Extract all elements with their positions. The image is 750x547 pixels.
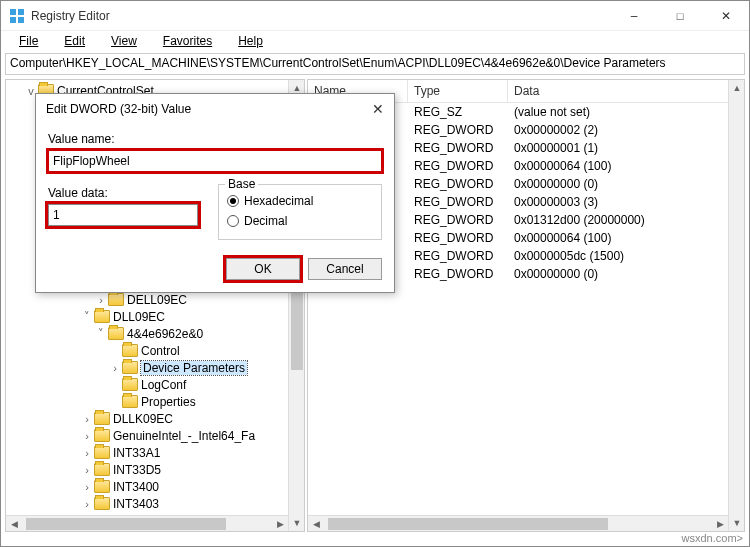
tree-twisty-icon[interactable]: › [108,362,122,374]
folder-icon [94,480,110,493]
value-data-input[interactable] [48,204,198,226]
tree-label: DLL09EC [113,310,165,324]
cell-data: 0x00000003 (3) [508,195,744,209]
cell-type: REG_DWORD [408,267,508,281]
address-bar[interactable]: Computer\HKEY_LOCAL_MACHINE\SYSTEM\Curre… [5,53,745,75]
folder-icon [94,429,110,442]
tree-twisty-icon[interactable]: › [80,413,94,425]
tree-item[interactable]: ˅DLL09EC [10,308,304,325]
tree-item[interactable]: ›DELL09EC [10,291,304,308]
menu-file[interactable]: File [7,32,50,50]
folder-icon [108,293,124,306]
menu-edit[interactable]: Edit [52,32,97,50]
svg-rect-0 [10,9,16,15]
folder-icon [122,344,138,357]
scroll-down-icon[interactable]: ▼ [289,515,305,531]
base-group: Base Hexadecimal Decimal [218,184,382,240]
folder-icon [122,361,138,374]
tree-item[interactable]: ›INT33A1 [10,444,304,461]
tree-item[interactable]: ›INT3403 [10,495,304,512]
tree-twisty-icon[interactable]: › [80,498,94,510]
tree-label: 4&4e6962e&0 [127,327,203,341]
cell-type: REG_DWORD [408,141,508,155]
tree-hscroll[interactable]: ◀ ▶ [6,515,288,531]
scroll-right-icon[interactable]: ▶ [712,516,728,532]
tree-twisty-icon[interactable]: ˅ [94,327,108,340]
cell-type: REG_DWORD [408,249,508,263]
menu-help[interactable]: Help [226,32,275,50]
cell-data: (value not set) [508,105,744,119]
col-type[interactable]: Type [408,80,508,102]
tree-label: INT33D5 [113,463,161,477]
svg-rect-2 [10,17,16,23]
folder-icon [94,497,110,510]
tree-label: Device Parameters [141,361,247,375]
tree-item[interactable]: ˅4&4e6962e&0 [10,325,304,342]
cancel-button[interactable]: Cancel [308,258,382,280]
ok-button[interactable]: OK [226,258,300,280]
tree-item[interactable]: ›Device Parameters [10,359,304,376]
cell-data: 0x00000001 (1) [508,141,744,155]
tree-item[interactable]: Properties [10,393,304,410]
radio-hex[interactable]: Hexadecimal [227,191,373,211]
edit-dword-dialog: Edit DWORD (32-bit) Value ✕ Value name: … [35,93,395,293]
tree-twisty-icon[interactable]: › [80,430,94,442]
tree-item[interactable]: ›INT33D5 [10,461,304,478]
scroll-left-icon[interactable]: ◀ [6,516,22,532]
tree-item[interactable]: ›INT3400 [10,478,304,495]
tree-item[interactable]: LogConf [10,376,304,393]
tree-label: DELL09EC [127,293,187,307]
menu-favorites[interactable]: Favorites [151,32,224,50]
tree-item[interactable]: ›GenuineIntel_-_Intel64_Fa [10,427,304,444]
value-data-label: Value data: [48,186,218,200]
tree-twisty-icon[interactable]: ˅ [80,310,94,323]
value-name-input[interactable] [48,150,382,172]
tree-label: INT3403 [113,497,159,511]
regedit-icon [9,8,25,24]
col-data[interactable]: Data [508,80,744,102]
minimize-button[interactable]: – [611,1,657,31]
base-label: Base [225,177,258,191]
maximize-button[interactable]: □ [657,1,703,31]
scroll-right-icon[interactable]: ▶ [272,516,288,532]
value-name-label: Value name: [48,132,382,146]
tree-twisty-icon[interactable]: › [80,481,94,493]
tree-label: Control [141,344,180,358]
tree-item[interactable]: ›DLLK09EC [10,410,304,427]
scroll-down-icon[interactable]: ▼ [729,515,745,531]
tree-twisty-icon[interactable]: › [80,447,94,459]
scroll-left-icon[interactable]: ◀ [308,516,324,532]
list-vscroll[interactable]: ▲ ▼ [728,80,744,531]
cell-type: REG_SZ [408,105,508,119]
cell-data: 0x00000000 (0) [508,177,744,191]
radio-dec[interactable]: Decimal [227,211,373,231]
scroll-thumb[interactable] [328,518,608,530]
tree-twisty-icon[interactable]: › [80,464,94,476]
radio-icon [227,195,239,207]
cell-type: REG_DWORD [408,195,508,209]
dialog-close-icon[interactable]: ✕ [354,101,384,117]
cell-data: 0x00000064 (100) [508,231,744,245]
cell-data: 0x01312d00 (20000000) [508,213,744,227]
cell-type: REG_DWORD [408,231,508,245]
menu-view[interactable]: View [99,32,149,50]
tree-label: INT3400 [113,480,159,494]
svg-rect-3 [18,17,24,23]
tree-twisty-icon[interactable]: › [94,294,108,306]
list-hscroll[interactable]: ◀ ▶ [308,515,728,531]
tree-label: GenuineIntel_-_Intel64_Fa [113,429,255,443]
tree-item[interactable]: Control [10,342,304,359]
folder-icon [94,412,110,425]
radio-icon [227,215,239,227]
close-button[interactable]: ✕ [703,1,749,31]
folder-icon [122,378,138,391]
scroll-thumb[interactable] [26,518,226,530]
scroll-up-icon[interactable]: ▲ [729,80,745,96]
svg-rect-1 [18,9,24,15]
cell-data: 0x0000005dc (1500) [508,249,744,263]
cell-type: REG_DWORD [408,213,508,227]
folder-icon [94,463,110,476]
tree-label: Properties [141,395,196,409]
tree-label: INT33A1 [113,446,160,460]
window-title: Registry Editor [31,9,611,23]
